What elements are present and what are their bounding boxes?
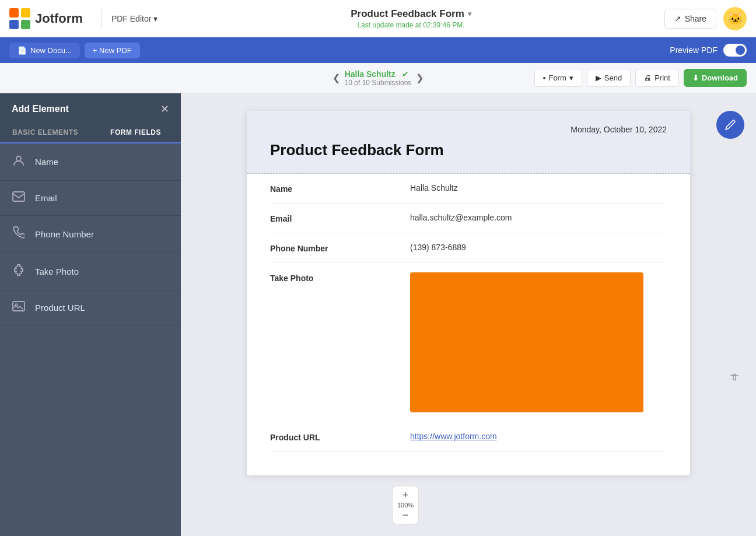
new-document-button[interactable]: 📄 New Docu...	[9, 43, 80, 58]
submission-count: 10 of 10 Submissions	[345, 79, 412, 87]
verified-icon: ✔	[402, 69, 409, 79]
pdf-field-row-email: Email halla.schultz@example.com	[270, 204, 667, 233]
send-label: Send	[604, 73, 622, 82]
pdf-field-row-name: Name Halla Schultz	[270, 174, 667, 204]
form-chevron: ▾	[569, 73, 573, 82]
print-button[interactable]: 🖨 Print	[635, 69, 679, 87]
sidebar-item-phone-label: Phone Number	[35, 229, 94, 239]
form-label: Form	[548, 73, 566, 82]
print-icon: 🖨	[644, 73, 652, 82]
content-area: Monday, October 10, 2022 Product Feedbac…	[181, 93, 756, 536]
new-pdf-button[interactable]: + New PDF	[85, 43, 140, 58]
sidebar-item-phone[interactable]: Phone Number	[0, 216, 181, 253]
pdf-label-photo: Take Photo	[270, 272, 410, 283]
submission-nav: ❮ Halla Schultz ✔ 10 of 10 Submissions ❯	[332, 69, 424, 87]
new-pdf-label: + New PDF	[93, 46, 132, 55]
prev-submission-button[interactable]: ❮	[332, 72, 340, 83]
form-button[interactable]: ▪ Form ▾	[534, 69, 582, 87]
share-label: Share	[685, 14, 706, 23]
pdf-value-name: Halla Schultz	[410, 183, 667, 192]
pdf-field-row-photo: Take Photo	[270, 263, 667, 422]
sidebar-item-take-photo[interactable]: Take Photo	[0, 253, 181, 290]
sidebar-tabs: BASIC ELEMENTS FORM FIELDS	[0, 122, 181, 143]
svg-rect-0	[9, 8, 19, 17]
pdf-value-email: halla.schultz@example.com	[410, 213, 667, 222]
avatar[interactable]: 🐱	[723, 7, 747, 30]
pdf-label-email: Email	[270, 213, 410, 223]
tab-basic-elements[interactable]: BASIC ELEMENTS	[0, 122, 90, 142]
svg-rect-5	[13, 192, 24, 201]
pdf-editor-chevron: ▾	[153, 14, 158, 23]
download-icon: ⬇	[692, 73, 699, 82]
svg-rect-1	[21, 8, 30, 17]
product-url-link[interactable]: https://www.jotform.com	[410, 432, 497, 441]
new-doc-label: New Docu...	[30, 46, 72, 55]
print-label: Print	[654, 73, 670, 82]
preview-pdf-label: Preview PDF	[670, 45, 718, 55]
sidebar-close-button[interactable]: ✕	[160, 103, 169, 115]
sidebar-item-email[interactable]: Email	[0, 181, 181, 216]
jotform-logo-icon	[9, 8, 30, 29]
pdf-date: Monday, October 10, 2022	[270, 125, 667, 134]
pdf-value-phone: (139) 873-6889	[410, 243, 667, 252]
photo-image	[410, 272, 643, 412]
pdf-header-section: Monday, October 10, 2022 Product Feedbac…	[247, 111, 690, 174]
toolbar: ❮ Halla Schultz ✔ 10 of 10 Submissions ❯…	[0, 63, 756, 93]
image-icon	[12, 301, 26, 314]
delete-row-button[interactable]	[729, 373, 740, 386]
submission-name: Halla Schultz	[345, 69, 396, 79]
pdf-field-row-phone: Phone Number (139) 873-6889	[270, 233, 667, 263]
download-label: Download	[702, 73, 738, 82]
avatar-emoji: 🐱	[727, 11, 743, 26]
form-title-text: Product Feedback Form	[351, 8, 464, 20]
pdf-editor-label: PDF Editor	[111, 14, 151, 23]
nav-right: ↗ Share 🐱	[664, 7, 747, 30]
send-button[interactable]: ▶ Send	[587, 69, 631, 87]
preview-pdf-area: Preview PDF	[670, 44, 747, 57]
next-submission-button[interactable]: ❯	[416, 72, 424, 83]
sidebar-item-product-url-label: Product URL	[35, 303, 85, 313]
sidebar-items: Name Email Phone Number Take Ph	[0, 143, 181, 536]
main-layout: Add Element ✕ BASIC ELEMENTS FORM FIELDS…	[0, 93, 756, 536]
sidebar-header: Add Element ✕	[0, 93, 181, 122]
sidebar-item-product-url[interactable]: Product URL	[0, 290, 181, 325]
phone-icon	[12, 226, 26, 242]
logo-text: Jotform	[35, 11, 83, 26]
nav-divider	[102, 9, 102, 28]
form-icon: ▪	[543, 73, 546, 82]
edit-fab-button[interactable]	[716, 111, 744, 139]
form-title-area: Product Feedback Form ▾	[158, 8, 664, 20]
top-nav: Jotform PDF Editor ▾ Product Feedback Fo…	[0, 0, 756, 37]
sidebar-item-name[interactable]: Name	[0, 143, 181, 181]
pdf-field-row-url: Product URL https://www.jotform.com	[270, 422, 667, 452]
zoom-out-button[interactable]: −	[402, 510, 409, 520]
pdf-value-url[interactable]: https://www.jotform.com	[410, 432, 667, 441]
secondary-nav: 📄 New Docu... + New PDF Preview PDF	[0, 37, 756, 63]
svg-rect-3	[21, 20, 30, 29]
pdf-value-photo	[410, 272, 667, 412]
pdf-document: Monday, October 10, 2022 Product Feedbac…	[247, 111, 690, 475]
share-button[interactable]: ↗ Share	[664, 9, 716, 29]
email-icon	[12, 191, 26, 205]
svg-point-4	[16, 156, 21, 161]
puzzle-icon	[12, 264, 26, 279]
sidebar-item-take-photo-label: Take Photo	[35, 267, 79, 276]
nav-center: Product Feedback Form ▾ Last update made…	[158, 8, 664, 29]
person-icon	[12, 154, 26, 170]
new-doc-icon: 📄	[18, 46, 27, 55]
tab-form-fields-label: FORM FIELDS	[110, 128, 161, 136]
last-update-text: Last update made at 02:39:46 PM.	[158, 21, 664, 29]
form-title-chevron[interactable]: ▾	[468, 10, 471, 18]
pdf-label-phone: Phone Number	[270, 243, 410, 253]
svg-rect-2	[9, 20, 19, 29]
send-icon: ▶	[596, 73, 601, 82]
sidebar: Add Element ✕ BASIC ELEMENTS FORM FIELDS…	[0, 93, 181, 536]
download-button[interactable]: ⬇ Download	[684, 69, 747, 87]
zoom-in-button[interactable]: +	[402, 490, 409, 500]
tab-form-fields[interactable]: FORM FIELDS	[90, 122, 181, 143]
pdf-editor-button[interactable]: PDF Editor ▾	[111, 14, 158, 23]
toolbar-right: ▪ Form ▾ ▶ Send 🖨 Print ⬇ Download	[534, 69, 747, 87]
pdf-body: Name Halla Schultz Email halla.schultz@e…	[247, 174, 690, 475]
pdf-label-name: Name	[270, 183, 410, 194]
preview-pdf-toggle[interactable]	[723, 44, 747, 57]
